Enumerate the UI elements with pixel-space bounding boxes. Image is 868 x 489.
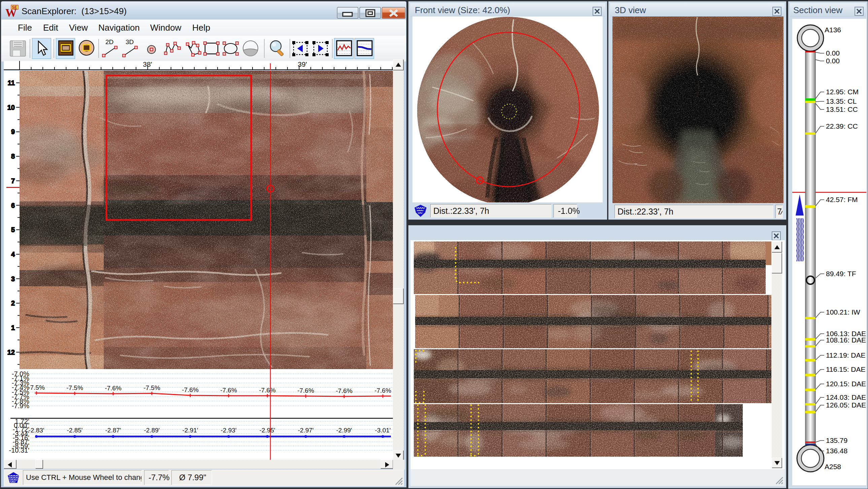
svg-text:42.57: FM: 42.57: FM <box>826 196 858 204</box>
svg-text:-2.83': -2.83' <box>29 427 44 434</box>
svg-text:0.00: 0.00 <box>826 49 840 57</box>
svg-text:-2.91': -2.91' <box>183 427 198 434</box>
svg-text:22.39: CC: 22.39: CC <box>826 122 858 130</box>
svg-text:-7.6%: -7.6% <box>182 386 199 393</box>
svg-text:-2.99': -2.99' <box>336 427 352 434</box>
svg-text:12: 12 <box>7 348 15 356</box>
svg-text:11: 11 <box>8 79 15 87</box>
svg-text:13.35: CL: 13.35: CL <box>826 97 857 105</box>
svg-text:-7.6%: -7.6% <box>259 387 276 394</box>
svg-text:2D: 2D <box>105 38 114 45</box>
svg-text:-3.01': -3.01' <box>375 427 391 434</box>
svg-text:136.48: 136.48 <box>826 447 847 455</box>
svg-text:-7.9%: -7.9% <box>12 402 29 409</box>
svg-text:135.79: 135.79 <box>826 436 847 444</box>
svg-text:3: 3 <box>11 275 15 282</box>
svg-text:0.00: 0.00 <box>826 57 840 65</box>
svg-text:-7.6%: -7.6% <box>374 387 391 394</box>
svg-text:7: 7 <box>11 177 15 185</box>
svg-text:-7.6%: -7.6% <box>336 387 352 394</box>
svg-text:10: 10 <box>7 104 15 111</box>
svg-text:13.51: CC: 13.51: CC <box>826 105 858 113</box>
svg-text:-2.89': -2.89' <box>144 427 160 434</box>
svg-text:-10.31': -10.31' <box>9 447 29 454</box>
svg-text:A136: A136 <box>825 26 841 34</box>
svg-text:4: 4 <box>11 250 15 258</box>
svg-text:38': 38' <box>143 61 152 68</box>
svg-text:124.03: DAE: 124.03: DAE <box>826 393 866 401</box>
svg-text:108.16: DAE: 108.16: DAE <box>826 336 866 344</box>
svg-text:9: 9 <box>11 128 15 135</box>
svg-text:6: 6 <box>11 202 15 209</box>
svg-text:89.49: TF: 89.49: TF <box>826 270 856 277</box>
svg-text:-2.93': -2.93' <box>221 427 237 434</box>
svg-text:-7.5%: -7.5% <box>28 384 45 391</box>
svg-text:5: 5 <box>11 226 15 234</box>
svg-text:39': 39' <box>298 61 307 68</box>
svg-text:-2.97': -2.97' <box>298 427 314 434</box>
svg-text:116.15: DAE: 116.15: DAE <box>826 365 866 373</box>
svg-text:8: 8 <box>11 153 15 160</box>
svg-text:3D: 3D <box>126 38 134 45</box>
svg-text:-7.5%: -7.5% <box>66 384 83 391</box>
svg-text:1: 1 <box>11 324 15 331</box>
svg-text:100.21: IW: 100.21: IW <box>826 308 860 316</box>
svg-text:112.19: DAE: 112.19: DAE <box>826 351 866 359</box>
svg-text:-2.95': -2.95' <box>259 427 275 434</box>
svg-text:12.95: CM: 12.95: CM <box>826 88 859 96</box>
svg-text:-7.6%: -7.6% <box>297 387 314 394</box>
svg-text:-7.6%: -7.6% <box>105 385 122 392</box>
svg-text:-7.6%: -7.6% <box>220 387 237 394</box>
svg-text:-2.85': -2.85' <box>67 427 83 434</box>
svg-text:120.15: DAE: 120.15: DAE <box>826 380 866 388</box>
svg-text:126.05: DAE: 126.05: DAE <box>826 401 866 409</box>
svg-text:W: W <box>5 6 17 18</box>
svg-text:2: 2 <box>11 299 15 307</box>
svg-text:A258: A258 <box>825 463 841 470</box>
svg-text:-2.87': -2.87' <box>105 427 121 434</box>
svg-text:-7.5%: -7.5% <box>144 384 160 391</box>
